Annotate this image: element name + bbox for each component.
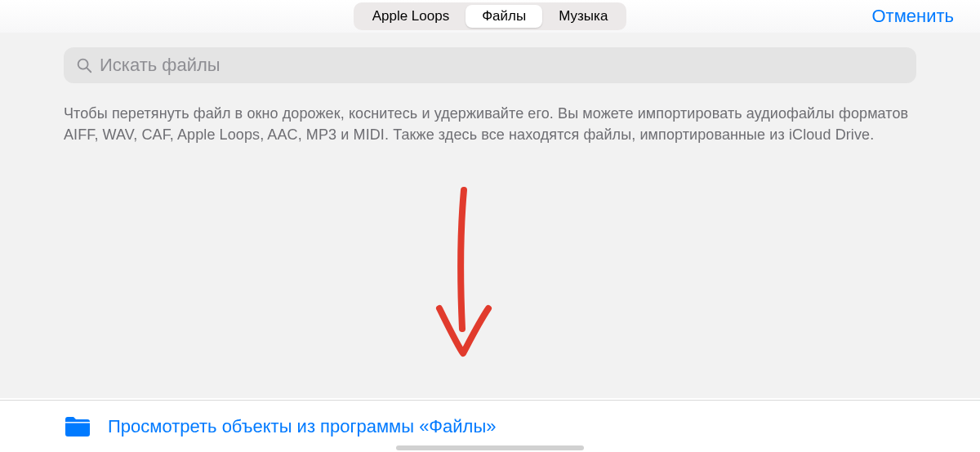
tab-files[interactable]: Файлы (466, 5, 542, 28)
hint-text: Чтобы перетянуть файл в окно дорожек, ко… (64, 103, 916, 145)
content-panel: Чтобы перетянуть файл в окно дорожек, ко… (0, 33, 980, 398)
bottom-toolbar: Просмотреть объекты из программы «Файлы» (0, 400, 980, 452)
tab-apple-loops[interactable]: Apple Loops (356, 5, 466, 28)
cancel-button[interactable]: Отменить (871, 0, 954, 33)
svg-line-1 (87, 68, 91, 72)
tab-music[interactable]: Музыка (542, 5, 624, 28)
folder-icon (64, 415, 91, 438)
search-bar[interactable] (64, 47, 916, 83)
top-toolbar: Apple Loops Файлы Музыка Отменить (0, 0, 980, 33)
svg-rect-2 (65, 422, 90, 423)
segmented-control: Apple Loops Файлы Музыка (354, 2, 627, 30)
home-indicator (396, 445, 584, 450)
search-icon (75, 56, 93, 74)
search-input[interactable] (93, 55, 905, 76)
browse-files-button[interactable]: Просмотреть объекты из программы «Файлы» (108, 416, 497, 437)
